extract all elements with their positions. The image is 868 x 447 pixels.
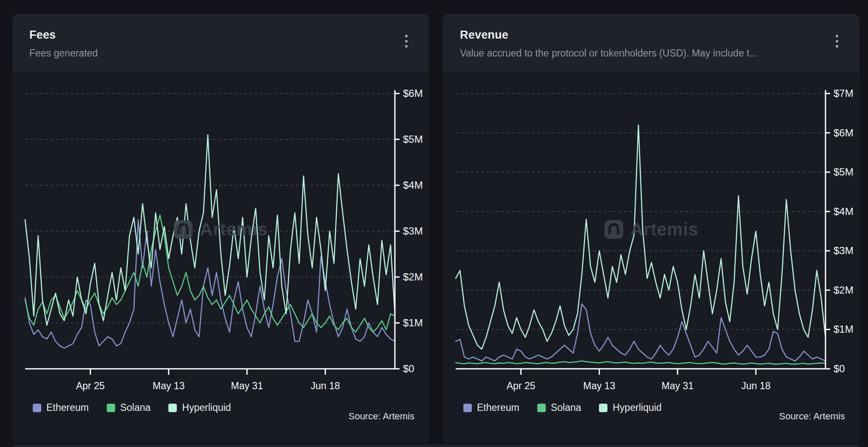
source-attribution: Source: Artemis [349, 411, 414, 422]
legend-label: Ethereum [46, 402, 89, 413]
chart-legend: Ethereum Solana Hyperliquid [463, 402, 661, 413]
revenue-line-chart[interactable]: $0$1M$2M$3M$4M$5M$6M$7MApr 25May 13May 3… [449, 83, 857, 399]
legend-item-solana[interactable]: Solana [107, 402, 151, 413]
legend-item-hyperliquid[interactable]: Hyperliquid [599, 402, 661, 413]
revenue-subtitle: Value accrued to the protocol or tokenho… [460, 48, 842, 59]
y-tick-label: $6M [834, 127, 854, 139]
legend-swatch-hyperliquid [168, 404, 177, 412]
page-title-revenue: Revenue [460, 28, 842, 42]
y-tick-label: $5M [403, 133, 423, 145]
y-tick-label: $2M [403, 271, 423, 283]
legend-item-hyperliquid[interactable]: Hyperliquid [168, 402, 231, 413]
x-tick-label: May 31 [231, 380, 263, 391]
y-tick-label: $0 [403, 363, 414, 374]
chart-legend: Ethereum Solana Hyperliquid [33, 402, 231, 413]
y-tick-label: $2M [834, 284, 854, 296]
y-tick-label: $3M [403, 225, 423, 237]
y-tick-label: $4M [834, 206, 854, 217]
legend-label: Hyperliquid [182, 402, 231, 413]
fees-card: Fees Fees generated Artemis $0$1M$2M$3M$… [12, 14, 429, 442]
y-tick-label: $0 [834, 363, 845, 374]
legend-item-solana[interactable]: Solana [537, 402, 582, 413]
x-tick-label: Jun 18 [741, 380, 771, 391]
revenue-chart-area: Artemis $0$1M$2M$3M$4M$5M$6M$7MApr 25May… [443, 72, 859, 442]
revenue-card-header: Revenue Value accrued to the protocol or… [443, 14, 859, 72]
dashboard-page: Fees Fees generated Artemis $0$1M$2M$3M$… [0, 0, 868, 447]
kebab-menu-icon[interactable] [400, 32, 413, 51]
x-tick-label: May 31 [661, 380, 693, 391]
x-tick-label: May 13 [583, 380, 615, 391]
legend-label: Ethereum [477, 402, 519, 413]
fees-card-footer: Ethereum Solana Hyperliquid Source: Arte… [18, 402, 429, 433]
legend-item-ethereum[interactable]: Ethereum [463, 402, 519, 413]
series-line-solana [25, 215, 395, 332]
source-attribution: Source: Artemis [779, 411, 845, 422]
series-line-hyperliquid [456, 125, 825, 349]
legend-label: Solana [551, 402, 582, 413]
fees-chart-area: Artemis $0$1M$2M$3M$4M$5M$6MApr 25May 13… [12, 72, 429, 442]
y-tick-label: $5M [834, 166, 854, 178]
x-tick-label: Apr 25 [507, 380, 536, 391]
x-tick-label: Jun 18 [311, 380, 340, 391]
fees-card-header: Fees Fees generated [12, 14, 429, 72]
page-title-fees: Fees [29, 28, 412, 42]
kebab-menu-icon[interactable] [831, 32, 843, 51]
legend-label: Hyperliquid [613, 402, 661, 413]
x-tick-label: Apr 25 [76, 380, 105, 391]
y-tick-label: $6M [403, 88, 423, 99]
revenue-card-footer: Ethereum Solana Hyperliquid Source: Arte… [449, 402, 859, 433]
revenue-card: Revenue Value accrued to the protocol or… [443, 14, 859, 442]
y-tick-label: $3M [834, 245, 854, 256]
legend-item-ethereum[interactable]: Ethereum [33, 402, 89, 413]
x-tick-label: May 13 [153, 380, 184, 391]
series-line-solana [456, 361, 825, 364]
legend-swatch-solana [107, 404, 115, 412]
fees-line-chart[interactable]: $0$1M$2M$3M$4M$5M$6MApr 25May 13May 31Ju… [18, 83, 426, 399]
y-tick-label: $1M [834, 323, 854, 335]
legend-swatch-ethereum [463, 404, 472, 412]
series-line-hyperliquid [25, 135, 395, 325]
legend-swatch-solana [537, 404, 546, 412]
legend-swatch-hyperliquid [599, 404, 607, 412]
y-tick-label: $7M [834, 88, 854, 99]
legend-swatch-ethereum [33, 404, 41, 412]
y-tick-label: $1M [403, 317, 423, 328]
fees-subtitle: Fees generated [29, 48, 412, 59]
legend-label: Solana [120, 402, 151, 413]
next-row-card-top-edge [12, 444, 859, 447]
y-tick-label: $4M [403, 179, 423, 191]
